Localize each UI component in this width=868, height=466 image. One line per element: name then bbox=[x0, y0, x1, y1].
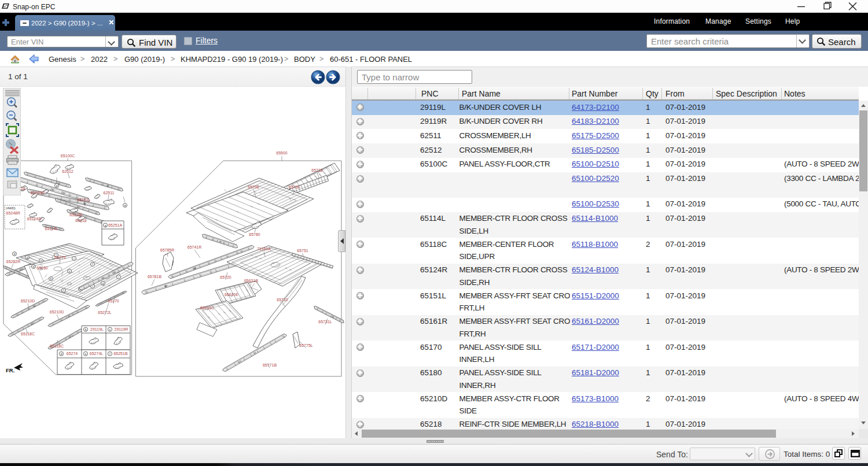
svg-text:65615C: 65615C bbox=[200, 306, 215, 310]
svg-text:65720: 65720 bbox=[220, 275, 231, 279]
svg-text:b: b bbox=[50, 278, 52, 280]
svg-text:65781B: 65781B bbox=[148, 275, 161, 279]
svg-text:d: d bbox=[61, 353, 62, 356]
svg-text:65170: 65170 bbox=[108, 299, 119, 303]
svg-text:b: b bbox=[85, 328, 87, 331]
svg-text:62511: 62511 bbox=[104, 191, 115, 195]
svg-text:71160A: 71160A bbox=[257, 247, 271, 251]
svg-text:29119R: 29119R bbox=[114, 327, 128, 331]
svg-text:65180: 65180 bbox=[36, 266, 48, 270]
svg-text:65251A: 65251A bbox=[108, 223, 122, 227]
svg-text:65114L: 65114L bbox=[45, 227, 58, 231]
svg-text:g: g bbox=[27, 256, 28, 259]
svg-text:65151L: 65151L bbox=[77, 198, 90, 202]
svg-text:65710: 65710 bbox=[277, 298, 288, 302]
svg-text:65741R: 65741R bbox=[187, 245, 202, 249]
svg-text:i: i bbox=[92, 285, 93, 288]
svg-text:d: d bbox=[14, 253, 16, 256]
svg-text:a: a bbox=[56, 184, 58, 187]
svg-text:65785R: 65785R bbox=[160, 248, 175, 252]
svg-text:29119L: 29119L bbox=[90, 327, 104, 331]
svg-text:i: i bbox=[73, 257, 74, 260]
svg-text:65100C: 65100C bbox=[61, 154, 75, 158]
svg-text:65282R: 65282R bbox=[6, 260, 21, 264]
svg-text:a: a bbox=[124, 204, 126, 207]
svg-text:65631B: 65631B bbox=[244, 279, 258, 283]
svg-text:65780: 65780 bbox=[249, 232, 260, 236]
svg-text:65238L: 65238L bbox=[69, 213, 83, 217]
svg-text:65248R: 65248R bbox=[6, 211, 21, 215]
svg-text:65124R: 65124R bbox=[27, 217, 42, 221]
svg-text:65118C: 65118C bbox=[50, 344, 64, 348]
svg-text:65760: 65760 bbox=[289, 185, 300, 189]
svg-text:i: i bbox=[118, 276, 119, 279]
svg-text:FR.: FR. bbox=[6, 367, 14, 373]
svg-text:62512: 62512 bbox=[62, 169, 73, 173]
svg-text:65751: 65751 bbox=[297, 249, 308, 253]
svg-text:e: e bbox=[41, 260, 42, 262]
svg-text:65118C: 65118C bbox=[21, 332, 35, 336]
svg-text:g: g bbox=[102, 282, 104, 285]
svg-text:65718: 65718 bbox=[311, 168, 323, 172]
svg-text:65218: 65218 bbox=[75, 219, 87, 223]
svg-text:65210D: 65210D bbox=[50, 310, 64, 314]
svg-text:65275: 65275 bbox=[54, 256, 66, 260]
svg-text:65274L: 65274L bbox=[90, 352, 103, 356]
svg-text:a: a bbox=[105, 224, 106, 227]
svg-text:65708: 65708 bbox=[248, 185, 259, 189]
svg-text:65500: 65500 bbox=[276, 151, 288, 155]
svg-text:65610E: 65610E bbox=[225, 293, 238, 297]
svg-text:65775L: 65775L bbox=[299, 343, 312, 347]
svg-text:65771B: 65771B bbox=[263, 363, 277, 367]
svg-text:65274: 65274 bbox=[67, 352, 78, 356]
svg-text:65248R: 65248R bbox=[31, 191, 45, 195]
svg-text:65210D: 65210D bbox=[21, 299, 35, 303]
svg-text:d: d bbox=[33, 265, 35, 268]
svg-text:65272L: 65272L bbox=[98, 310, 111, 315]
svg-text:65731L: 65731L bbox=[318, 320, 332, 324]
svg-text:65251B: 65251B bbox=[113, 352, 127, 356]
svg-text:(4WD): (4WD) bbox=[6, 206, 16, 210]
svg-text:e: e bbox=[85, 353, 87, 356]
